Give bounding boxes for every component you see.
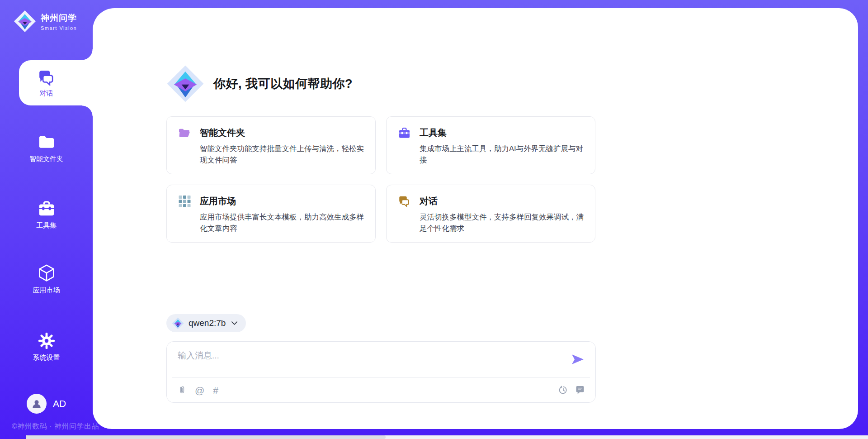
chat-bubble-icon xyxy=(576,386,585,395)
composer-toolbar: @ # xyxy=(178,378,585,402)
card-header: 工具集 xyxy=(398,127,583,139)
model-logo-icon xyxy=(172,317,184,329)
sidebar-item-label: 对话 xyxy=(40,89,53,98)
horizontal-scrollbar-track[interactable] xyxy=(26,435,868,439)
sidebar-item-label: 工具集 xyxy=(36,221,57,230)
chevron-down-icon xyxy=(231,321,238,325)
sidebar-item-smart-folder[interactable]: 智能文件夹 xyxy=(0,133,93,163)
card-chat[interactable]: 对话 灵活切换多模型文件，支持多样回复效果调试，满足个性化需求 xyxy=(386,185,595,243)
card-title: 应用市场 xyxy=(200,195,236,207)
card-smart-folder[interactable]: 智能文件夹 智能文件夹功能支持批量文件上传与清洗，轻松实现文件问答 xyxy=(166,116,376,174)
app-logo-icon xyxy=(166,65,204,103)
send-button[interactable] xyxy=(571,353,585,365)
sidebar-item-chat[interactable]: 对话 xyxy=(0,60,93,105)
tab-fillet-top xyxy=(82,49,93,60)
sidebar-item-label: 系统设置 xyxy=(33,353,60,362)
paperclip-icon xyxy=(178,385,186,395)
brand: 神州问学 Smart Vision xyxy=(14,10,77,33)
open-folder-icon xyxy=(179,127,191,139)
card-toolset[interactable]: 工具集 集成市场上主流工具，助力AI与外界无缝扩展与对接 xyxy=(386,116,595,174)
sidebar-item-label: 智能文件夹 xyxy=(29,155,63,163)
toolbox-icon xyxy=(398,127,410,139)
sidebar-item-toolset[interactable]: 工具集 xyxy=(0,200,93,230)
folder-icon xyxy=(38,133,55,151)
cube-icon xyxy=(38,264,55,282)
hero: 你好, 我可以如何帮助你? xyxy=(166,65,353,103)
at-icon: @ xyxy=(195,385,204,396)
toolbox-icon xyxy=(38,200,55,218)
user-profile[interactable]: AD xyxy=(0,394,93,414)
gear-icon xyxy=(38,332,55,350)
brand-subtitle: Smart Vision xyxy=(41,25,77,31)
brand-text: 神州问学 Smart Vision xyxy=(41,12,77,31)
tab-fillet-bottom xyxy=(82,105,93,116)
avatar xyxy=(27,394,47,414)
feature-cards: 智能文件夹 智能文件夹功能支持批量文件上传与清洗，轻松实现文件问答 工具集 集成… xyxy=(166,116,595,243)
sidebar-item-settings[interactable]: 系统设置 xyxy=(0,332,93,362)
greeting-text: 你好, 我可以如何帮助你? xyxy=(213,76,353,92)
chat-bubbles-icon xyxy=(398,196,410,207)
brand-name: 神州问学 xyxy=(41,12,77,24)
card-description: 集成市场上主流工具，助力AI与外界无缝扩展与对接 xyxy=(420,143,588,166)
composer-tools-left: @ # xyxy=(178,385,218,395)
card-title: 智能文件夹 xyxy=(200,127,245,139)
copyright-footer: ©神州数码 · 神州问学出品 xyxy=(12,422,99,431)
send-icon xyxy=(571,354,584,365)
hash-icon: # xyxy=(213,385,218,396)
sidebar: 神州问学 Smart Vision 对话 智能文件夹 xyxy=(0,0,93,439)
mention-button[interactable]: @ xyxy=(195,386,204,395)
card-description: 灵活切换多模型文件，支持多样回复效果调试，满足个性化需求 xyxy=(420,211,588,234)
card-description: 应用市场提供丰富长文本模板，助力高效生成多样化文章内容 xyxy=(200,211,368,234)
model-name: qwen2:7b xyxy=(189,318,226,328)
user-initials: AD xyxy=(53,398,66,409)
card-title: 对话 xyxy=(420,195,438,207)
horizontal-scrollbar-thumb[interactable] xyxy=(26,435,386,439)
chat-bubbles-icon xyxy=(38,70,55,86)
message-input[interactable] xyxy=(168,343,557,375)
pixel-grid-icon xyxy=(179,196,191,207)
card-header: 对话 xyxy=(398,195,583,207)
topic-button[interactable]: # xyxy=(213,386,218,395)
brand-logo-icon xyxy=(14,10,36,33)
card-description: 智能文件夹功能支持批量文件上传与清洗，轻松实现文件问答 xyxy=(200,143,368,166)
composer: @ # xyxy=(166,341,596,403)
card-app-market[interactable]: 应用市场 应用市场提供丰富长文本模板，助力高效生成多样化文章内容 xyxy=(166,185,376,243)
card-header: 应用市场 xyxy=(179,195,363,207)
app-root: 神州问学 Smart Vision 对话 智能文件夹 xyxy=(0,0,868,439)
composer-tools-right xyxy=(559,386,585,395)
sidebar-item-label: 应用市场 xyxy=(33,286,60,295)
attach-file-button[interactable] xyxy=(178,385,186,395)
history-icon xyxy=(559,386,568,395)
new-chat-button[interactable] xyxy=(576,386,585,395)
card-title: 工具集 xyxy=(420,127,447,139)
avatar-icon xyxy=(31,398,42,410)
model-selector[interactable]: qwen2:7b xyxy=(166,314,246,332)
history-button[interactable] xyxy=(559,386,568,395)
sidebar-item-app-market[interactable]: 应用市场 xyxy=(0,264,93,295)
card-header: 智能文件夹 xyxy=(179,127,363,139)
